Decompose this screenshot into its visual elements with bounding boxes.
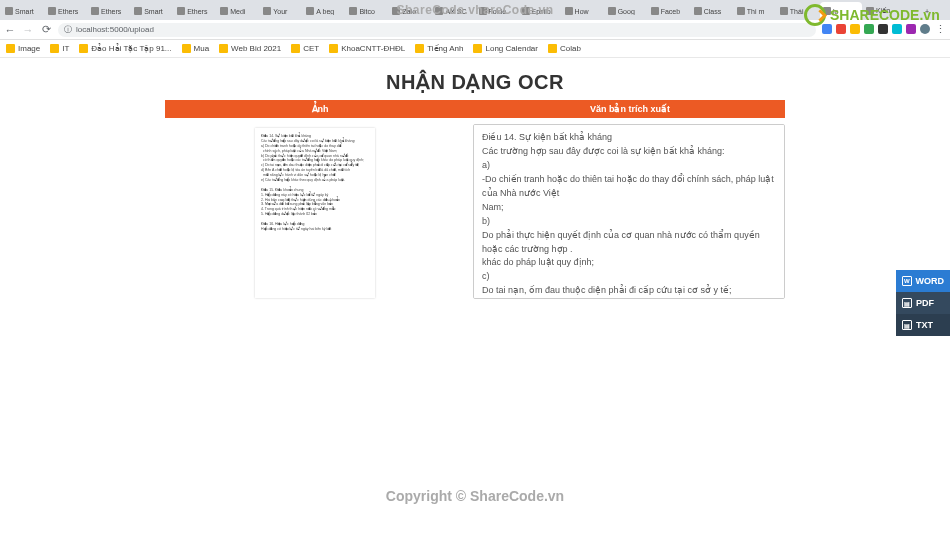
favicon	[866, 7, 874, 15]
favicon	[349, 7, 357, 15]
bookmark-icon	[219, 44, 228, 53]
tab-title: Goog	[618, 8, 644, 15]
bookmark-item[interactable]: KhoaCNTT-ĐHĐL	[329, 44, 405, 53]
browser-tab[interactable]: A beg	[303, 2, 345, 20]
ext-icon[interactable]	[836, 24, 846, 34]
browser-tab[interactable]: Kiến	[863, 2, 905, 20]
browser-tab[interactable]: Class	[691, 2, 733, 20]
browser-tab[interactable]: AX SC	[432, 2, 474, 20]
tab-title: Kiến	[876, 7, 902, 15]
browser-toolbar: ← → ⟳ ⓘ localhost:5000/upload ⋮	[0, 20, 950, 40]
bookmark-label: Image	[18, 44, 40, 53]
browser-tab[interactable]: Ethers	[174, 2, 216, 20]
bookmark-item[interactable]: Colab	[548, 44, 581, 53]
browser-tab[interactable]: Thi m	[734, 2, 776, 20]
ext-icon[interactable]	[892, 24, 902, 34]
favicon	[694, 7, 702, 15]
address-bar[interactable]: ⓘ localhost:5000/upload	[58, 23, 816, 37]
browser-tab[interactable]: Your	[260, 2, 302, 20]
bookmark-icon	[548, 44, 557, 53]
export-word-button[interactable]: WWORD	[896, 270, 950, 292]
bookmark-item[interactable]: Tiếng Anh	[415, 44, 463, 53]
ext-icon[interactable]	[878, 24, 888, 34]
ext-icon[interactable]	[822, 24, 832, 34]
tab-title: Zalo	[402, 8, 428, 15]
browser-tab[interactable]: Faceb	[648, 2, 690, 20]
tab-title: Thi m	[747, 8, 773, 15]
bookmark-label: Đảo Hải Tặc Tập 91...	[91, 44, 171, 53]
bookmark-icon	[79, 44, 88, 53]
bookmark-item[interactable]: Image	[6, 44, 40, 53]
tab-title: AX SC	[445, 8, 471, 15]
bookmark-label: IT	[62, 44, 69, 53]
tab-title: Faceb	[661, 8, 687, 15]
image-column: Điều 14. Sự kiện bất khả khángCác trường…	[165, 124, 465, 301]
tab-title: Medi	[230, 8, 256, 15]
favicon	[608, 7, 616, 15]
bookmark-label: Long Calendar	[485, 44, 537, 53]
bookmark-label: Mua	[194, 44, 210, 53]
column-header-bar: Ảnh Văn bản trích xuất	[165, 100, 785, 118]
site-info-icon[interactable]: ⓘ	[64, 24, 72, 35]
text-column	[473, 124, 785, 301]
tab-title: Folde	[489, 8, 515, 15]
pdf-icon: ▤	[902, 298, 912, 308]
export-txt-button[interactable]: ▤TXT	[896, 314, 950, 336]
tab-title: Ethers	[187, 8, 213, 15]
bookmark-item[interactable]: CET	[291, 44, 319, 53]
document-thumbnail[interactable]: Điều 14. Sự kiện bất khả khángCác trường…	[255, 128, 375, 298]
back-button[interactable]: ←	[4, 24, 16, 36]
tab-title: Epsilo	[532, 8, 558, 15]
bookmarks-bar: ImageITĐảo Hải Tặc Tập 91...MuaWeb Bid 2…	[0, 40, 950, 58]
favicon	[306, 7, 314, 15]
bookmark-icon	[6, 44, 15, 53]
url-text: localhost:5000/upload	[76, 25, 154, 34]
browser-tab[interactable]: Ethers	[45, 2, 87, 20]
browser-tab[interactable]: Folde	[476, 2, 518, 20]
favicon	[134, 7, 142, 15]
export-pdf-button[interactable]: ▤PDF	[896, 292, 950, 314]
page-content: NHẬN DẠNG OCR Ảnh Văn bản trích xuất Điề…	[0, 58, 950, 309]
export-buttons: WWORD ▤PDF ▤TXT	[896, 270, 950, 336]
ext-icon[interactable]	[864, 24, 874, 34]
ext-icon[interactable]	[906, 24, 916, 34]
bookmark-item[interactable]: Web Bid 2021	[219, 44, 281, 53]
bookmark-item[interactable]: IT	[50, 44, 69, 53]
watermark-footer: Copyright © ShareCode.vn	[386, 488, 564, 504]
tab-title: lo	[833, 8, 859, 15]
bookmark-item[interactable]: Đảo Hải Tặc Tập 91...	[79, 44, 171, 53]
favicon	[435, 7, 443, 15]
favicon	[220, 7, 228, 15]
favicon	[823, 7, 831, 15]
bookmark-label: Colab	[560, 44, 581, 53]
browser-tab[interactable]: Epsilo	[519, 2, 561, 20]
ext-icon[interactable]	[850, 24, 860, 34]
browser-tab[interactable]: lo	[820, 2, 862, 20]
avatar[interactable]	[920, 24, 930, 34]
browser-tab[interactable]: Smart	[131, 2, 173, 20]
browser-tab[interactable]: Ethers	[88, 2, 130, 20]
bookmark-label: Tiếng Anh	[427, 44, 463, 53]
browser-tab[interactable]: How	[562, 2, 604, 20]
reload-button[interactable]: ⟳	[40, 24, 52, 36]
browser-tab[interactable]: Zalo	[389, 2, 431, 20]
menu-button[interactable]: ⋮	[934, 24, 946, 36]
favicon	[91, 7, 99, 15]
col-header-text: Văn bản trích xuất	[475, 100, 785, 118]
bookmark-icon	[329, 44, 338, 53]
bookmark-item[interactable]: Mua	[182, 44, 210, 53]
bookmark-item[interactable]: Long Calendar	[473, 44, 537, 53]
extracted-text-area[interactable]	[473, 124, 785, 299]
browser-tab[interactable]: Smart	[2, 2, 44, 20]
col-header-image: Ảnh	[165, 100, 475, 118]
browser-tab-strip: SmartEthersEthersSmartEthersMediYourA be…	[0, 0, 950, 20]
browser-tab[interactable]: Medi	[217, 2, 259, 20]
browser-tab[interactable]: Goog	[605, 2, 647, 20]
new-tab-button[interactable]: +	[906, 2, 948, 20]
favicon	[177, 7, 185, 15]
tab-title: Smart	[15, 8, 41, 15]
browser-tab[interactable]: Bitco	[346, 2, 388, 20]
forward-button[interactable]: →	[22, 24, 34, 36]
browser-tab[interactable]: Thái	[777, 2, 819, 20]
tab-title: Ethers	[58, 8, 84, 15]
